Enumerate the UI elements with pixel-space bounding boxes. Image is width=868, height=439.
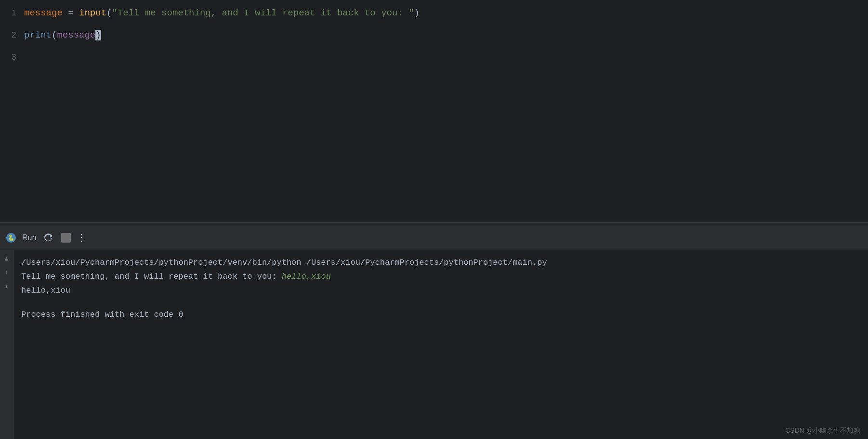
left-icons-panel: ▲ ↓ ↧ — [0, 250, 13, 439]
code-line-2: 2 print(message) — [0, 24, 868, 46]
code-editor[interactable]: 1 message = input("Tell me something, an… — [0, 0, 868, 222]
watermark: CSDN @小幽余生不加糖 — [785, 426, 860, 435]
download-icon[interactable]: ↧ — [2, 281, 12, 291]
run-content: ▲ ↓ ↧ /Users/xiou/PycharmProjects/python… — [0, 250, 868, 439]
terminal-path-line: /Users/xiou/PycharmProjects/pythonProjec… — [21, 256, 860, 269]
terminal-exit-line: Process finished with exit code 0 — [21, 308, 860, 321]
line-number-3: 3 — [0, 46, 24, 68]
user-input-text: hello,xiou — [282, 272, 331, 281]
line-content-2: print(message) — [24, 24, 101, 46]
run-toolbar: 🐍 Run ⋮ — [0, 225, 868, 250]
scroll-down-icon[interactable]: ↓ — [2, 268, 12, 277]
terminal-output: /Users/xiou/PycharmProjects/pythonProjec… — [13, 250, 868, 439]
terminal-blank-line — [21, 298, 860, 308]
prompt-static-text: Tell me something, and I will repeat it … — [21, 272, 282, 281]
svg-text:🐍: 🐍 — [8, 234, 15, 242]
rerun-icon — [44, 233, 53, 243]
terminal-prompt-line: Tell me something, and I will repeat it … — [21, 270, 860, 283]
rerun-button[interactable] — [42, 231, 55, 245]
stop-button[interactable] — [61, 233, 71, 243]
python-icon: 🐍 — [6, 232, 16, 243]
line-number-1: 1 — [0, 2, 24, 24]
terminal-output-line: hello,xiou — [21, 284, 860, 297]
run-panel: 🐍 Run ⋮ ▲ ↓ ↧ /Users/xiou/PycharmProject… — [0, 225, 868, 439]
run-label: Run — [22, 233, 36, 242]
code-line-1: 1 message = input("Tell me something, an… — [0, 2, 868, 24]
code-line-3: 3 — [0, 46, 868, 68]
scroll-up-icon[interactable]: ▲ — [2, 254, 12, 264]
more-options-button[interactable]: ⋮ — [77, 232, 87, 244]
line-number-2: 2 — [0, 24, 24, 46]
line-content-1: message = input("Tell me something, and … — [24, 2, 420, 24]
